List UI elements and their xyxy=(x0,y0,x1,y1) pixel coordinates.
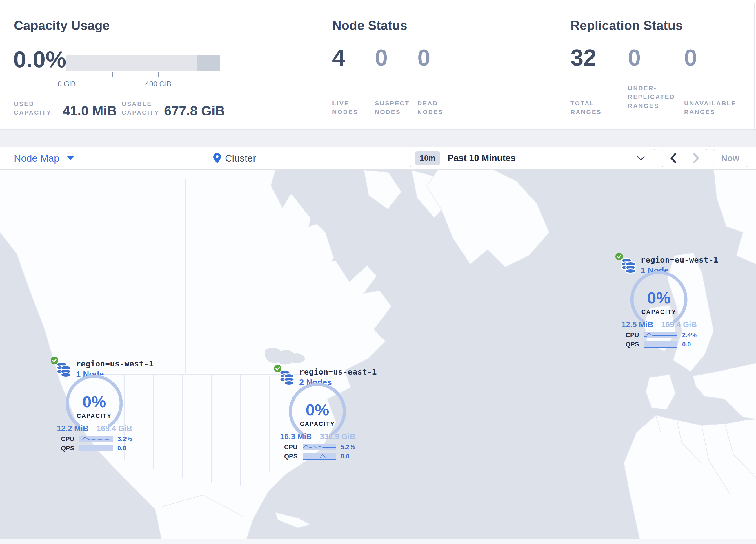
unavailable-ranges-label: UNAVAILABLE RANGES xyxy=(684,99,742,117)
cluster-summary-panel: Capacity Usage 0.0% 0 GiB 400 GiB USED C… xyxy=(0,3,756,130)
qps-sparkline xyxy=(303,453,336,460)
caret-down-icon xyxy=(67,156,74,160)
map-pin-icon xyxy=(213,153,221,163)
region-total-capacity: 169.4 GiB xyxy=(97,424,132,433)
capacity-usage-percent: 0.0% xyxy=(13,46,66,73)
capacity-bar-track xyxy=(66,55,220,70)
panel-right-divider xyxy=(754,3,755,129)
time-window-label: Past 10 Minutes xyxy=(448,153,515,163)
cpu-label: CPU xyxy=(284,443,301,451)
tick-0 xyxy=(67,72,67,77)
region-label: region=us-west-1 xyxy=(76,359,154,368)
unavailable-ranges-count: 0 xyxy=(684,44,697,71)
total-ranges-label: TOTAL RANGES xyxy=(570,99,614,117)
now-button[interactable]: Now xyxy=(713,149,747,167)
time-prev-button[interactable] xyxy=(662,149,685,167)
dead-nodes-count: 0 xyxy=(417,44,430,71)
capacity-usage-title: Capacity Usage xyxy=(14,18,110,33)
region-total-capacity: 338.9 GiB xyxy=(320,432,355,441)
cpu-sparkline xyxy=(79,436,113,442)
under-replicated-label: UNDER-REPLICATED RANGES xyxy=(628,84,679,110)
region-total-capacity: 169.4 GiB xyxy=(661,320,697,329)
cpu-label: CPU xyxy=(61,435,78,443)
region-used-capacity: 16.3 MiB xyxy=(280,432,312,441)
tick-label-400: 400 GiB xyxy=(145,80,171,88)
map-toolbar: Node Map Cluster 10m Past 10 Minutes Now xyxy=(0,146,756,170)
tick-200 xyxy=(112,72,113,77)
node-map: region=us-west-1 1 Node 0% CAPACITY 12.2… xyxy=(0,170,756,544)
under-replicated-count: 0 xyxy=(628,44,641,71)
view-selector-label: Node Map xyxy=(14,153,59,164)
time-next-button[interactable] xyxy=(685,149,707,167)
capacity-bar-nonusable-segment xyxy=(197,55,220,70)
qps-sparkline xyxy=(644,341,677,348)
region-used-capacity: 12.5 MiB xyxy=(621,320,653,329)
cpu-sparkline xyxy=(303,444,336,450)
cpu-value: 2.4% xyxy=(682,331,697,339)
capacity-bar: 0 GiB 400 GiB xyxy=(66,55,220,77)
suspect-nodes-label: SUSPECT NODES xyxy=(375,99,414,117)
region-capacity-label: CAPACITY xyxy=(65,413,123,419)
region-label: region=us-east-1 xyxy=(299,367,377,376)
region-marker[interactable]: region=eu-west-1 1 Node 0% CAPACITY 12.5… xyxy=(614,251,707,352)
chevron-right-icon xyxy=(692,153,700,164)
page-top-strip xyxy=(0,0,756,3)
cpu-sparkline xyxy=(644,332,677,338)
time-window-badge: 10m xyxy=(415,151,440,165)
qps-sparkline xyxy=(79,445,113,452)
breadcrumb[interactable]: Cluster xyxy=(213,146,256,170)
cpu-label: CPU xyxy=(626,331,642,339)
qps-value: 0.0 xyxy=(341,453,350,460)
suspect-nodes-count: 0 xyxy=(375,44,388,71)
usable-capacity-value: 677.8 GiB xyxy=(164,103,225,119)
map-footer-strip xyxy=(0,539,756,544)
chevron-left-icon xyxy=(670,153,677,164)
node-status-title: Node Status xyxy=(332,18,407,33)
region-capacity-percent: 0% xyxy=(630,289,688,307)
breadcrumb-label: Cluster xyxy=(225,153,256,164)
live-nodes-count: 4 xyxy=(332,44,345,71)
live-nodes-label: LIVE NODES xyxy=(332,99,367,117)
qps-label: QPS xyxy=(284,453,301,460)
region-capacity-label: CAPACITY xyxy=(288,421,346,427)
region-used-capacity: 12.2 MiB xyxy=(57,424,89,433)
total-ranges-count: 32 xyxy=(570,44,596,71)
view-selector-dropdown[interactable]: Node Map xyxy=(14,146,74,170)
region-capacity-percent: 0% xyxy=(65,392,123,411)
region-marker[interactable]: region=us-east-1 2 Nodes 0% CAPACITY 16.… xyxy=(272,363,366,464)
replication-status-title: Replication Status xyxy=(570,18,683,33)
region-capacity-label: CAPACITY xyxy=(630,309,688,316)
tick-label-0: 0 GiB xyxy=(58,80,76,88)
qps-label: QPS xyxy=(61,445,78,452)
dead-nodes-label: DEAD NODES xyxy=(417,99,452,117)
cpu-value: 3.2% xyxy=(117,435,132,443)
used-capacity-value: 41.0 MiB xyxy=(63,103,117,119)
tick-400 xyxy=(158,72,159,77)
time-range-arrows xyxy=(662,149,707,167)
capacity-bar-ticks: 0 GiB 400 GiB xyxy=(66,72,220,77)
tick-600 xyxy=(204,72,204,77)
qps-label: QPS xyxy=(626,341,642,348)
qps-value: 0.0 xyxy=(117,445,126,452)
region-capacity-percent: 0% xyxy=(288,400,346,419)
region-marker[interactable]: region=us-west-1 1 Node 0% CAPACITY 12.2… xyxy=(49,355,143,456)
time-window-dropdown[interactable]: 10m Past 10 Minutes xyxy=(410,149,655,167)
region-label: region=eu-west-1 xyxy=(641,255,718,264)
qps-value: 0.0 xyxy=(682,341,691,348)
cpu-value: 5.2% xyxy=(341,443,355,451)
chevron-down-icon xyxy=(637,155,645,161)
used-capacity-label: USED CAPACITY xyxy=(14,99,63,117)
